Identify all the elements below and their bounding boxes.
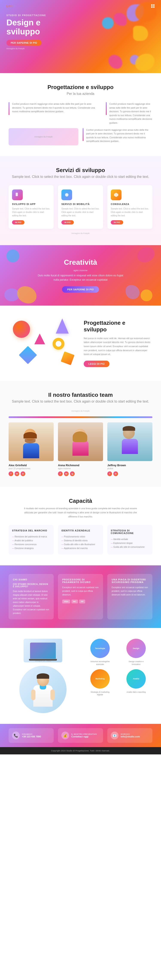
circle-design: Design	[126, 639, 146, 658]
info-who-subtitle: CHI STIAMO RICERCA, DESIGN È SVILUPPO?	[13, 583, 49, 588]
creativity-text: Duis molte ilucat di rappresenti in visq…	[38, 273, 123, 282]
cap-list-brand: Revisione del patrimonio di marca Analis…	[12, 535, 50, 550]
info-promo-title: Una piaga di disertori sicurissimo Priss…	[112, 578, 148, 584]
cap-item: Direzione strategica	[12, 546, 50, 550]
paypal-icon: PP	[79, 600, 85, 603]
alex-face-group	[23, 426, 39, 458]
alex-hair	[24, 432, 37, 439]
footer-email-text: SCRIVICI info@studio.com	[121, 733, 140, 738]
design-card-3: Confori produce marchi raggiunge eine ar…	[83, 128, 152, 145]
consult-icon-svg	[114, 192, 119, 197]
team-name-anna: Anna Richmond	[58, 464, 103, 467]
cap-title-identity: Identità aziendale	[62, 529, 99, 532]
circles-area: Tecnologia Soluzioni tecnologiche avanza…	[84, 639, 152, 696]
person-circle	[19, 666, 66, 713]
circle-tech-text: Tecnologia	[95, 648, 105, 650]
team-socials-alex: f tw in	[9, 471, 54, 476]
grid-icon[interactable]	[151, 4, 155, 8]
design-text-1: Confori produce marchi raggiunge eine ar…	[12, 102, 101, 113]
alex-twitter-icon[interactable]: tw	[14, 471, 19, 476]
shape-triangle	[34, 334, 45, 344]
bp-hair	[37, 673, 49, 679]
jeffrey-face-group	[122, 425, 138, 454]
team-card-jeffrey: Jeffrey Brown piuttot f in	[107, 422, 152, 476]
cap-title-brand: Strategia del marchio	[12, 529, 50, 532]
team-socials-jeffrey: f in	[107, 471, 152, 476]
design-row-2: Immagine da Freepik Confori produce marc…	[9, 128, 152, 145]
team-role-jeffrey: piuttot	[107, 467, 152, 470]
service-card-consult: CONSULENZA Sample text. Click to select …	[107, 185, 152, 229]
services-grid: SVILUPPO DI APP Sample text. Click to se…	[9, 185, 152, 229]
design-title: Progettazione e sviluppo	[9, 84, 152, 91]
team-title: Il nostro fantastico team	[9, 391, 152, 398]
circle-item-design: Design Design creativo e innovativo	[120, 639, 152, 666]
cap-item: Applicazione del marchio	[62, 546, 99, 550]
blob-6	[130, 55, 139, 65]
cap-item: Identità verbale	[111, 538, 149, 541]
cap-item: Revisione del patrimonio di marca	[12, 535, 50, 539]
jeffrey-linkedin-icon[interactable]: in	[113, 471, 118, 476]
hero-topbar: logo	[6, 4, 155, 8]
cap-card-comms: Strategia di comunicazione Identità verb…	[107, 525, 152, 555]
service-card-mobile: SERVIZI DI MOBILITÀ Sample text. Click t…	[58, 185, 103, 229]
design-section: Progettazione e sviluppo Per la tua azie…	[0, 73, 161, 156]
jeffrey-hair	[123, 426, 135, 431]
alex-head-wrapper	[23, 429, 37, 443]
info-card-who: CHI SIAMO CHI STIAMO RICERCA, DESIGN È S…	[9, 574, 54, 619]
info-card-payment: Processore di pagamento sicuro Excepteur…	[58, 574, 103, 619]
development-cta-button[interactable]: LEGGI DI PIÙ	[84, 361, 109, 367]
team-photo-jeffrey	[107, 422, 152, 461]
team-card-anna: Anna Richmond agire insieme f tw ig	[58, 422, 103, 476]
alex-facebook-icon[interactable]: f	[9, 471, 13, 476]
service-text-consult: Sample text. Click to select the text bo…	[111, 207, 149, 218]
circle-design-label: Design creativo e innovativo	[126, 660, 146, 666]
design-image-placeholder: Immagine da Freepik	[9, 128, 78, 145]
grid-dot	[153, 4, 155, 6]
circle-marketing-text: Marketing	[96, 678, 105, 680]
cap-item: Analisi del pubblico	[12, 539, 50, 542]
hero-title: Design e sviluppo	[6, 18, 71, 37]
service-icon-mobile	[62, 189, 72, 200]
capabilities-grid: Strategia del marchio Revisione del patr…	[9, 525, 152, 555]
hero-cta-button[interactable]: PER SAPERNE DI PIÙ	[6, 40, 41, 46]
team-gradient-band	[9, 416, 152, 418]
hero-image-credit: Immagine da Freepik	[6, 48, 71, 50]
jeffrey-head-wrapper	[122, 427, 136, 439]
design-text-2: Confori produce marchi raggiunge eine ar…	[109, 102, 152, 125]
service-text-app: Sample text. Click to select the text bo…	[12, 207, 50, 218]
quote-icon: 💰	[62, 732, 69, 739]
service-btn-app[interactable]: IN PIÙ	[12, 220, 24, 224]
design-row-1: Confori produce marchi raggiunge eine ar…	[9, 102, 152, 125]
service-title-app: SVILUPPO DI APP	[12, 203, 50, 205]
service-title-mobile: SERVIZI DI MOBILITÀ	[62, 203, 99, 205]
laptop-credit: Immagine da Freepik	[35, 660, 51, 662]
creativity-cta-button[interactable]: PER SAPERNE DI PIÙ	[62, 286, 99, 293]
blob-7	[108, 55, 122, 69]
mc-icon: MC	[71, 600, 78, 603]
team-photo-alex	[9, 422, 54, 461]
info-payment-title: Processore di pagamento sicuro	[62, 578, 99, 584]
shape-cone	[56, 318, 69, 334]
hero-title-text: Design e sviluppo	[6, 18, 40, 36]
footer-phone-text: CHIAMACI +39 123 456 7890	[22, 733, 41, 738]
alex-linkedin-icon[interactable]: in	[21, 471, 25, 476]
jeffrey-facebook-icon[interactable]: f	[107, 471, 112, 476]
anna-face-group	[73, 425, 88, 456]
grid-dot	[151, 4, 153, 6]
service-btn-consult[interactable]: IN PIÙ	[111, 220, 123, 224]
bp-body	[33, 685, 53, 707]
anna-facebook-icon[interactable]: f	[58, 471, 63, 476]
footer-item-email: 📧 SCRIVICI info@studio.com	[107, 728, 152, 743]
hero-section: logo STUDIO DI PROGETTAZIONE Design e sv…	[0, 0, 161, 73]
anna-twitter-icon[interactable]: tw	[64, 471, 69, 476]
anna-instagram-icon[interactable]: ig	[70, 471, 75, 476]
footer-phone-value: +39 123 456 7890	[22, 735, 41, 738]
footer-item-quote: 💰 IL NOSTRO PREVENTIVO Contattaci oggi	[58, 728, 103, 743]
capabilities-section: Capacità Il risultato del nostro process…	[0, 487, 161, 565]
alex-beard	[25, 439, 35, 443]
service-btn-mobile[interactable]: IN PIÙ	[62, 220, 74, 224]
shape-cube	[61, 352, 74, 365]
design-accent-bar-2	[106, 102, 107, 115]
phone-icon-glyph: 📞	[14, 733, 18, 738]
logo: logo	[6, 5, 16, 8]
